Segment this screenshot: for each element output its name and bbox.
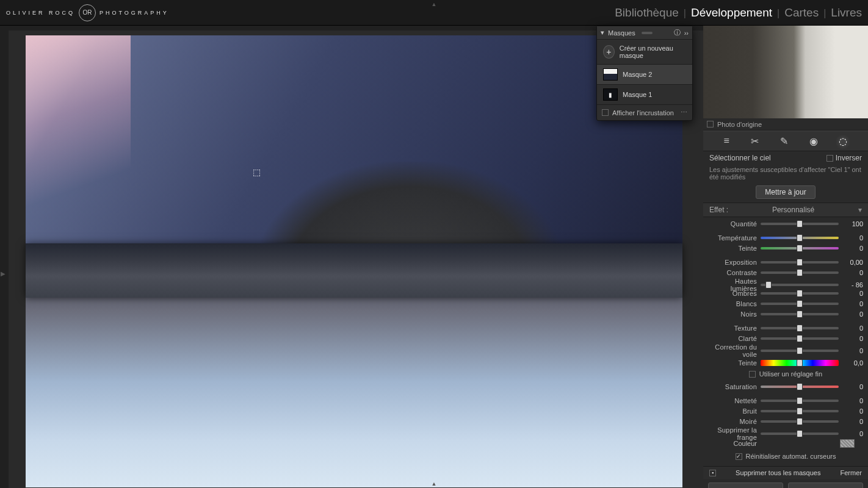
slider-track[interactable] bbox=[761, 223, 839, 225]
slider-track[interactable] bbox=[761, 303, 839, 305]
slider-teinte[interactable]: Teinte0 bbox=[708, 243, 863, 253]
bottom-panel-toggle[interactable]: ▲ bbox=[432, 481, 437, 487]
slider-track[interactable] bbox=[761, 386, 839, 388]
sliders-icon[interactable]: ≡ bbox=[723, 135, 729, 146]
slider-track[interactable] bbox=[761, 247, 839, 249]
slider-contraste[interactable]: Contraste0 bbox=[708, 267, 863, 278]
mask-item-1[interactable]: ▮ Masque 1 bbox=[597, 85, 692, 105]
slider-thumb[interactable] bbox=[797, 397, 803, 404]
slider-thumb[interactable] bbox=[797, 407, 803, 415]
overlay-checkbox[interactable] bbox=[602, 109, 609, 116]
left-panel-toggle[interactable]: ▶ bbox=[0, 267, 6, 281]
slider-saturation[interactable]: Saturation0 bbox=[708, 381, 863, 392]
edited-photo[interactable] bbox=[26, 35, 682, 487]
slider-thumb[interactable] bbox=[797, 310, 803, 318]
slider-noirs[interactable]: Noirs0 bbox=[708, 309, 863, 319]
slider-correction-du-voile[interactable]: Correction du voile0 bbox=[708, 343, 863, 354]
slider-thumb[interactable] bbox=[765, 281, 772, 289]
redeye-icon[interactable]: ◉ bbox=[809, 135, 818, 147]
mask-item-label: Masque 2 bbox=[623, 71, 652, 78]
slider-clart-[interactable]: Clarté0 bbox=[708, 333, 863, 343]
invert-checkbox[interactable] bbox=[826, 155, 833, 162]
tab-library[interactable]: Bibliothèque bbox=[615, 6, 679, 20]
slider-thumb[interactable] bbox=[797, 418, 803, 425]
slider-track[interactable] bbox=[761, 400, 839, 402]
drag-grip-icon[interactable] bbox=[642, 32, 653, 34]
slider-nettet-[interactable]: Netteté0 bbox=[708, 395, 863, 406]
reset-button[interactable]: Réinitialiser bbox=[788, 483, 863, 488]
help-icon[interactable]: ⓘ bbox=[674, 28, 681, 37]
slider-track[interactable] bbox=[761, 337, 839, 340]
slider-value: 0 bbox=[842, 397, 863, 404]
slider-track[interactable] bbox=[761, 327, 839, 329]
color-swatch[interactable] bbox=[840, 439, 855, 448]
tab-maps[interactable]: Cartes bbox=[784, 6, 819, 20]
slider-blancs[interactable]: Blancs0 bbox=[708, 298, 863, 309]
slider-track[interactable] bbox=[761, 350, 839, 352]
slider-label: Supprimer la frange bbox=[708, 426, 757, 441]
chevron-down-icon[interactable]: ▾ bbox=[858, 206, 862, 214]
cursor-icon: ⬚ bbox=[253, 167, 261, 177]
crop-icon[interactable]: ✂ bbox=[751, 135, 759, 147]
slider-bruit[interactable]: Bruit0 bbox=[708, 406, 863, 416]
slider-thumb[interactable] bbox=[797, 325, 803, 332]
more-icon[interactable]: ⋯ bbox=[681, 109, 687, 117]
previous-button[interactable]: Précédent bbox=[708, 483, 783, 488]
slider-thumb[interactable] bbox=[797, 259, 803, 266]
slider-thumb[interactable] bbox=[797, 335, 803, 342]
effect-row[interactable]: Effet : Personnalisé ▾ bbox=[703, 203, 868, 217]
slider-supprimer-la-frange[interactable]: Supprimer la frange0 bbox=[708, 426, 863, 437]
slider-track[interactable] bbox=[761, 237, 839, 239]
slider-track[interactable] bbox=[761, 432, 839, 435]
slider-track[interactable] bbox=[761, 313, 839, 315]
reset-auto-checkbox[interactable]: ✓ bbox=[736, 453, 742, 460]
slider-hautes-lumi-res[interactable]: Hautes lumières- 86 bbox=[708, 278, 863, 288]
slider-teinte[interactable]: Teinte0,0 bbox=[708, 357, 863, 368]
masking-icon[interactable]: ◌ bbox=[839, 135, 847, 147]
delete-all-masks[interactable]: Supprimer tous les masques bbox=[736, 469, 820, 476]
slider-track[interactable] bbox=[761, 360, 839, 366]
slider-moir-[interactable]: Moiré0 bbox=[708, 416, 863, 426]
slider-track[interactable] bbox=[761, 410, 839, 412]
tab-books[interactable]: Livres bbox=[831, 6, 862, 20]
slider-thumb[interactable] bbox=[797, 234, 803, 242]
slider-thumb[interactable] bbox=[797, 300, 803, 307]
slider-value: 0 bbox=[842, 234, 863, 242]
masks-panel-header[interactable]: ▾Masques ⓘ ›› bbox=[597, 26, 692, 40]
tab-develop[interactable]: Développement bbox=[691, 6, 772, 20]
slider-thumb[interactable] bbox=[797, 220, 803, 228]
add-icon[interactable]: + bbox=[603, 45, 615, 59]
slider-thumb[interactable] bbox=[797, 269, 803, 276]
collapse-icon[interactable]: ›› bbox=[684, 29, 689, 37]
photo-origin-row[interactable]: Photo d'origine bbox=[703, 118, 868, 131]
close-button[interactable]: Fermer bbox=[841, 469, 862, 476]
top-panel-toggle[interactable]: ▲ bbox=[432, 1, 437, 7]
create-mask-row[interactable]: + Créer un nouveau masque bbox=[597, 40, 692, 65]
slider-value: 0 bbox=[842, 269, 863, 276]
effect-label: Effet : bbox=[709, 206, 728, 214]
slider-thumb[interactable] bbox=[797, 359, 803, 367]
photo-origin-checkbox[interactable] bbox=[707, 121, 714, 127]
slider-thumb[interactable] bbox=[797, 430, 803, 437]
switch-toggle[interactable]: ▪ bbox=[709, 470, 716, 476]
slider-thumb[interactable] bbox=[797, 383, 803, 390]
slider-track[interactable] bbox=[761, 292, 839, 295]
heal-icon[interactable]: ✎ bbox=[780, 135, 788, 147]
show-overlay-row[interactable]: Afficher l'incrustation ⋯ bbox=[597, 105, 692, 120]
masks-panel[interactable]: ▾Masques ⓘ ›› + Créer un nouveau masque … bbox=[596, 26, 693, 121]
slider-track[interactable] bbox=[761, 261, 839, 264]
slider-exposition[interactable]: Exposition0,00 bbox=[708, 257, 863, 267]
slider-thumb[interactable] bbox=[797, 290, 803, 297]
slider-track[interactable] bbox=[761, 284, 839, 286]
slider-quantit-[interactable]: Quantité100 bbox=[708, 218, 863, 229]
fine-tune-checkbox[interactable] bbox=[749, 371, 756, 378]
mask-item-2[interactable]: Masque 2 bbox=[597, 65, 692, 85]
slider-track[interactable] bbox=[761, 420, 839, 423]
slider-ombres[interactable]: Ombres0 bbox=[708, 288, 863, 298]
slider-texture[interactable]: Texture0 bbox=[708, 323, 863, 333]
slider-track[interactable] bbox=[761, 271, 839, 274]
slider-thumb[interactable] bbox=[797, 347, 803, 354]
update-button[interactable]: Mettre à jour bbox=[756, 185, 815, 199]
slider-thumb[interactable] bbox=[797, 245, 803, 252]
slider-temp-rature[interactable]: Température0 bbox=[708, 232, 863, 243]
